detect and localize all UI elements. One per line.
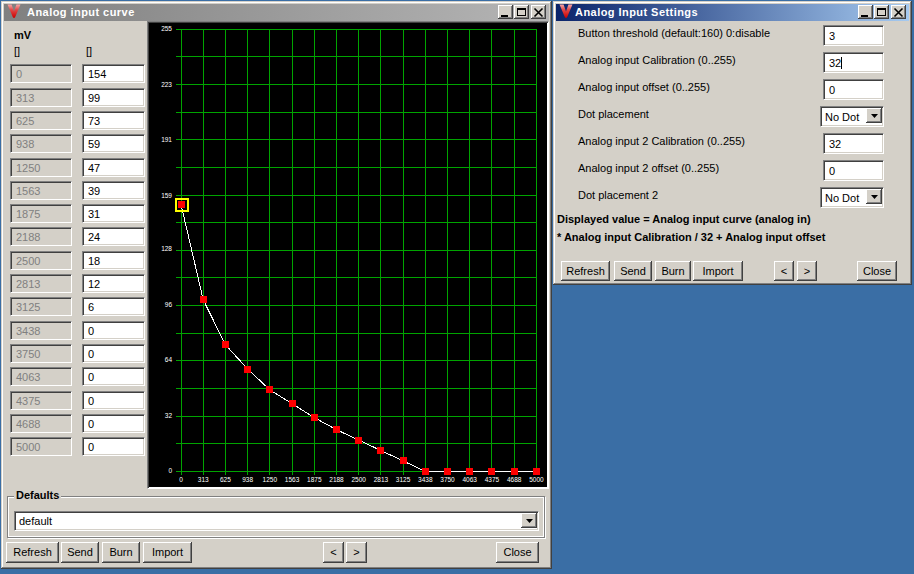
svg-text:96: 96 (165, 301, 173, 308)
svg-text:4063: 4063 (462, 476, 477, 483)
svg-text:313: 313 (198, 476, 209, 483)
svg-text:223: 223 (161, 81, 172, 88)
svg-text:0: 0 (179, 476, 183, 483)
svg-text:2813: 2813 (374, 476, 389, 483)
svg-text:0: 0 (168, 467, 172, 474)
svg-text:3125: 3125 (396, 476, 411, 483)
svg-text:32: 32 (165, 412, 173, 419)
svg-text:1250: 1250 (263, 476, 278, 483)
svg-text:4688: 4688 (507, 476, 522, 483)
svg-text:625: 625 (220, 476, 231, 483)
svg-text:2188: 2188 (329, 476, 344, 483)
svg-text:1875: 1875 (307, 476, 322, 483)
svg-text:3438: 3438 (418, 476, 433, 483)
svg-text:3750: 3750 (440, 476, 455, 483)
svg-text:128: 128 (161, 245, 172, 252)
svg-text:938: 938 (242, 476, 253, 483)
svg-text:1563: 1563 (285, 476, 300, 483)
svg-text:64: 64 (165, 356, 173, 363)
svg-text:4375: 4375 (485, 476, 500, 483)
svg-text:191: 191 (161, 136, 172, 143)
svg-text:2500: 2500 (351, 476, 366, 483)
svg-text:255: 255 (161, 25, 172, 32)
svg-text:5000: 5000 (529, 476, 544, 483)
svg-text:159: 159 (161, 192, 172, 199)
